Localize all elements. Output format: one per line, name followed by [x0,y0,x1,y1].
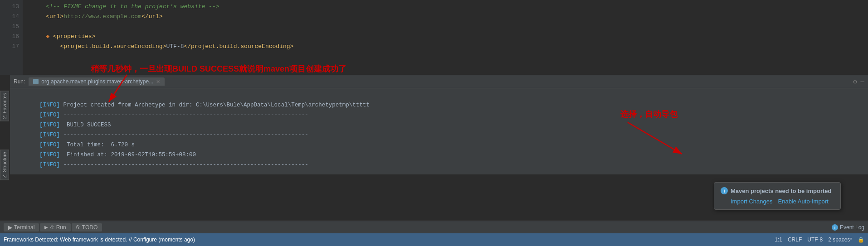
run-tab-close[interactable]: ✕ [156,79,160,85]
encoding: UTF-8 [807,236,823,243]
event-log-btn[interactable]: i Event Log [832,224,864,231]
run-header: Run: org.apache.maven.plugins:maven-arch… [10,75,868,88]
maven-popup: i Maven projects need to be imported Imp… [714,182,841,210]
import-changes-link[interactable]: Import Changes [731,198,773,205]
terminal-btn[interactable]: ▶ Terminal [4,223,39,232]
sidebar-item-favorites[interactable]: 2: Favorites [0,91,9,121]
indent-info: 2 spaces* [828,236,852,243]
lock-icon: 🔒 [858,236,864,243]
run-tab-name: org.apache.maven.plugins:maven-archetype… [41,78,153,85]
line-numbers: 13 14 15 16 17 [0,0,23,75]
run-tab[interactable]: org.apache.maven.plugins:maven-archetype… [29,77,165,86]
settings-icon[interactable]: ⚙ [853,78,857,86]
annotation-auto-import: 选择，自动导包 [620,109,678,120]
annotation-build-success: 稍等几秒钟，一旦出现BUILD SUCCESS就说明maven项目创建成功了 [91,63,346,74]
run-btn[interactable]: ▶ 4: Run [40,223,70,232]
event-log-icon: i [832,224,838,231]
status-right: 1:1 CRLF UTF-8 2 spaces* 🔒 [775,236,864,243]
code-line-14: <url>http://www.example.com</url> [32,12,868,22]
run-label: Run: [14,78,25,85]
code-line-17: <project.build.sourceEncoding>UTF-8</pro… [32,42,868,52]
info-icon: i [721,187,728,194]
event-log-label: Event Log [840,224,864,231]
terminal-icon: ▶ [8,224,12,231]
output-line-4: [INFO] ---------------------------------… [19,120,868,130]
run-output: [INFO] Project created from Archetype in… [10,88,868,174]
run-btn-icon: ▶ [44,225,48,230]
run-tab-icon [33,79,39,84]
terminal-label: Terminal [14,224,34,231]
code-line-15 [32,22,868,32]
run-panel: Run: org.apache.maven.plugins:maven-arch… [10,75,868,174]
maven-popup-title-text: Maven projects need to be imported [731,188,832,194]
maven-popup-links: Import Changes Enable Auto-Import [721,198,834,205]
sidebar-item-structure[interactable]: Z: Structure [0,150,9,180]
minimize-icon[interactable]: — [861,78,864,85]
framework-detected-text: Frameworks Detected: Web framework is de… [4,236,195,243]
code-line-13: <!-- FIXME change it to the project's we… [32,2,868,12]
code-line-16: ◆ <properties> [32,32,868,42]
todo-label: 6: TODO [76,224,98,231]
cursor-position: 1:1 [775,236,782,243]
bottom-toolbar: ▶ Terminal ▶ 4: Run 6: TODO i Event Log [0,221,868,233]
output-line-1: [INFO] Project created from Archetype in… [19,90,868,100]
maven-popup-title: i Maven projects need to be imported [721,187,834,194]
run-label-btn: 4: Run [50,224,66,231]
todo-btn[interactable]: 6: TODO [72,223,102,232]
output-line-6: [INFO] Finished at: 2019-09-02T10:55:59+… [19,140,868,150]
line-ending: CRLF [788,236,802,243]
status-bar: Frameworks Detected: Web framework is de… [0,233,868,246]
enable-auto-import-link[interactable]: Enable Auto-Import [778,198,829,205]
